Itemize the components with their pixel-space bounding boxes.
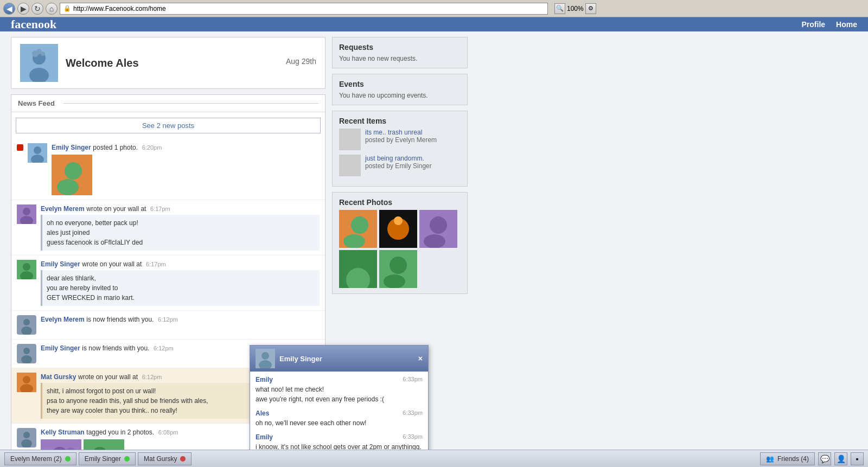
- chat-message: Ales 6:33pm oh no, we'll never see each …: [256, 410, 423, 428]
- svg-point-56: [390, 257, 407, 274]
- recent-item-title[interactable]: its me.. trash unreal: [365, 129, 437, 136]
- news-feed-label: News Feed: [18, 99, 55, 107]
- feed-username[interactable]: Emily Singer: [41, 260, 80, 268]
- recent-items-box: Recent Items its me.. trash unreal poste…: [332, 111, 468, 187]
- requests-text: You have no new requests.: [339, 55, 461, 62]
- recent-item-text: its me.. trash unreal posted by Evelyn M…: [365, 129, 437, 144]
- feed-username[interactable]: Evelyn Merem: [41, 205, 85, 213]
- chat-avatar: [256, 349, 275, 368]
- feed-avatar: [17, 204, 36, 224]
- notification-dot: [17, 144, 23, 151]
- chat-msg-name: Ales: [256, 410, 269, 417]
- feed-avatar: [17, 344, 36, 363]
- feed-time: 6:20pm: [142, 144, 162, 151]
- chat-toggle-button[interactable]: 💬: [818, 452, 831, 465]
- recent-item: just being randomm. posted by Emily Sing…: [339, 155, 461, 176]
- home-button[interactable]: ⌂: [46, 3, 58, 15]
- chat-msg-time: 6:33pm: [403, 433, 423, 441]
- refresh-button[interactable]: ↻: [31, 3, 43, 15]
- svg-point-59: [261, 352, 269, 360]
- feed-time: 6:12pm: [142, 374, 162, 380]
- profile-nav-link[interactable]: Profile: [802, 20, 826, 29]
- address-bar: 🔒: [60, 3, 548, 15]
- settings-button[interactable]: ⚙: [585, 3, 596, 14]
- url-input[interactable]: [73, 5, 544, 12]
- back-button[interactable]: ◀: [3, 3, 15, 15]
- svg-point-5: [41, 52, 45, 56]
- feed-action: wrote on your wall at: [82, 260, 142, 268]
- feed-photo[interactable]: [52, 155, 92, 195]
- nav-links: Profile Home: [802, 20, 857, 29]
- recent-photos-grid: [339, 210, 461, 288]
- recent-item: its me.. trash unreal posted by Evelyn M…: [339, 129, 461, 150]
- feed-username[interactable]: Mat Gursky: [41, 373, 76, 381]
- recent-photos-title: Recent Photos: [339, 198, 461, 207]
- feed-action: posted 1 photo.: [93, 144, 138, 151]
- recent-item-text: just being randomm. posted by Emily Sing…: [365, 155, 432, 170]
- feed-action: is now friends with you.: [82, 344, 149, 352]
- chat-msg-time: 6:33pm: [403, 376, 423, 383]
- taskbar-label: Mat Gursky: [144, 455, 177, 463]
- recent-photos-box: Recent Photos: [332, 192, 468, 294]
- lock-icon: 🔒: [63, 5, 71, 12]
- svg-point-52: [424, 234, 445, 248]
- feed-item: Evelyn Merem is now friends with you. 6:…: [11, 311, 325, 340]
- forward-button[interactable]: ▶: [17, 3, 29, 15]
- feed-username[interactable]: Evelyn Merem: [41, 316, 85, 323]
- chat-message: Emily 6:33pm i knoow, it's not like scho…: [256, 433, 423, 452]
- feed-action: wrote on your wall at: [78, 373, 138, 381]
- taskbar-chat-mat[interactable]: Mat Gursky: [138, 452, 192, 465]
- recent-photo[interactable]: [339, 210, 377, 248]
- svg-point-19: [23, 319, 30, 325]
- site-logo[interactable]: facenook: [11, 17, 791, 31]
- feed-item: Emily Singer wrote on your wall at 6:17p…: [11, 255, 325, 311]
- feed-action: is now friends with you.: [86, 316, 154, 323]
- feed-username[interactable]: Emily Singer: [52, 144, 91, 151]
- friends-button[interactable]: 👥 Friends (4): [760, 452, 815, 465]
- recent-item-title[interactable]: just being randomm.: [365, 155, 432, 162]
- new-posts-button[interactable]: See 2 new posts: [16, 118, 321, 133]
- feed-item: Evelyn Merem wrote on your wall at 6:17p…: [11, 200, 325, 255]
- taskbar-label: Emily Singer: [85, 455, 121, 463]
- chat-msg-text: oh no, we'll never see each other now!: [256, 418, 423, 428]
- chat-msg-name: Emily: [256, 376, 273, 383]
- recent-item-by: posted by Emily Singer: [365, 162, 432, 170]
- taskbar-status-indicator: [124, 456, 130, 462]
- feed-avatar: [17, 373, 36, 392]
- events-box: Events You have no upcoming events.: [332, 74, 468, 105]
- svg-point-28: [23, 432, 30, 438]
- chat-title: Emily Singer: [279, 355, 414, 363]
- zoom-area: 🔍 100% ⚙: [554, 3, 596, 14]
- page-wrapper: facenook Profile Home: [0, 17, 868, 467]
- requests-title: Requests: [339, 43, 461, 52]
- svg-point-57: [384, 274, 405, 288]
- svg-point-25: [23, 376, 30, 383]
- user-settings-button[interactable]: 👤: [834, 452, 847, 465]
- taskbar-status-indicator: [65, 456, 71, 462]
- feed-time: 6:17pm: [146, 261, 166, 267]
- home-nav-link[interactable]: Home: [836, 20, 857, 29]
- taskbar-extra-button[interactable]: ▪: [851, 452, 864, 465]
- events-text: You have no upcoming events.: [339, 92, 461, 99]
- zoom-button[interactable]: 🔍: [554, 3, 565, 14]
- recent-photo[interactable]: [419, 210, 457, 248]
- content-area: Aug 29th Welcome Ales News Feed See 2 ne…: [0, 31, 868, 467]
- feed-time: 6:17pm: [150, 206, 170, 212]
- taskbar-chat-emily[interactable]: Emily Singer: [79, 452, 136, 465]
- welcome-header: Aug 29th Welcome Ales: [11, 37, 326, 89]
- feed-username[interactable]: Kelly Struman: [41, 428, 85, 436]
- chat-window: Emily Singer × Emily 6:33pm what noo! le…: [250, 345, 429, 467]
- recent-photo[interactable]: [379, 250, 417, 288]
- chat-msg-header: Emily 6:33pm: [256, 433, 423, 441]
- feed-action: tagged you in 2 photos.: [86, 428, 154, 436]
- chat-close-button[interactable]: ×: [418, 354, 423, 363]
- recent-photo[interactable]: [379, 210, 417, 248]
- feed-time: 6:08pm: [158, 429, 178, 436]
- feed-avatar: [28, 143, 47, 163]
- feed-username[interactable]: Emily Singer: [41, 344, 80, 352]
- recent-photo[interactable]: [339, 250, 377, 288]
- recent-item-by: posted by Evelyn Merem: [365, 136, 437, 144]
- taskbar-chat-evelyn[interactable]: Evelyn Merem (2): [4, 452, 76, 465]
- feed-avatar: [17, 428, 36, 447]
- feed-content: Emily Singer wrote on your wall at 6:17p…: [41, 260, 320, 306]
